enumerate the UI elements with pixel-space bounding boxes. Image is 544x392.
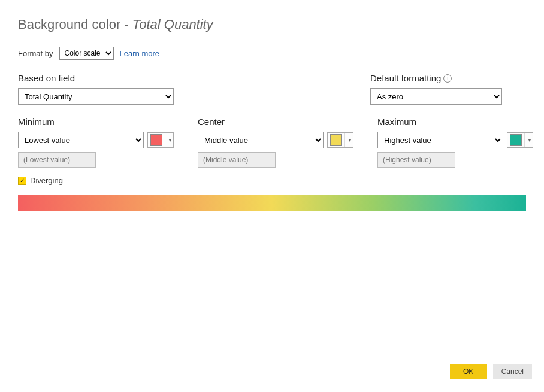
ok-button[interactable]: OK: [450, 364, 487, 379]
title-context: Total Quantity: [132, 17, 213, 32]
maximum-color-picker[interactable]: ▼: [507, 132, 533, 148]
default-formatting-label: Default formatting i: [370, 73, 526, 83]
maximum-color-swatch: [510, 134, 522, 146]
check-icon: ✓: [18, 177, 26, 185]
maximum-label: Maximum: [377, 117, 544, 127]
dialog-panel: Background color - Total Quantity Format…: [0, 0, 544, 392]
based-on-field-select[interactable]: Total Quantity: [18, 88, 174, 105]
dialog-title: Background color - Total Quantity: [18, 17, 526, 32]
title-prefix: Background color: [18, 17, 120, 32]
format-by-label: Format by: [18, 49, 53, 58]
learn-more-link[interactable]: Learn more: [120, 49, 159, 58]
center-color-picker[interactable]: ▼: [327, 132, 353, 148]
chevron-down-icon: ▼: [344, 133, 353, 147]
minimum-value-input[interactable]: [18, 152, 96, 168]
maximum-group: Maximum Highest value ▼: [377, 117, 544, 168]
cancel-button[interactable]: Cancel: [493, 364, 532, 379]
center-label: Center: [198, 117, 377, 127]
chevron-down-icon: ▼: [165, 133, 173, 147]
default-formatting-select[interactable]: As zero: [370, 88, 502, 105]
center-value-input[interactable]: [198, 152, 276, 168]
minimum-select[interactable]: Lowest value: [18, 132, 144, 148]
color-gradient-preview: [18, 195, 526, 211]
minimum-color-swatch: [150, 134, 162, 146]
info-icon[interactable]: i: [443, 74, 452, 83]
diverging-checkbox[interactable]: ✓ Diverging: [18, 176, 526, 185]
maximum-select[interactable]: Highest value: [377, 132, 503, 148]
dialog-footer: OK Cancel: [450, 364, 532, 379]
format-by-row: Format by Color scale Learn more: [18, 47, 526, 60]
chevron-down-icon: ▼: [524, 133, 533, 147]
center-color-swatch: [330, 134, 342, 146]
minimum-group: Minimum Lowest value ▼: [18, 117, 198, 168]
center-group: Center Middle value ▼: [198, 117, 377, 168]
format-by-select[interactable]: Color scale: [59, 47, 114, 60]
center-select[interactable]: Middle value: [198, 132, 324, 148]
minimum-label: Minimum: [18, 117, 198, 127]
diverging-label: Diverging: [30, 176, 63, 185]
maximum-value-input[interactable]: [377, 152, 455, 168]
based-on-field-label: Based on field: [18, 73, 198, 83]
based-on-field-group: Based on field Total Quantity: [18, 73, 198, 105]
default-formatting-group: Default formatting i As zero: [370, 73, 526, 105]
minimum-color-picker[interactable]: ▼: [147, 132, 174, 148]
